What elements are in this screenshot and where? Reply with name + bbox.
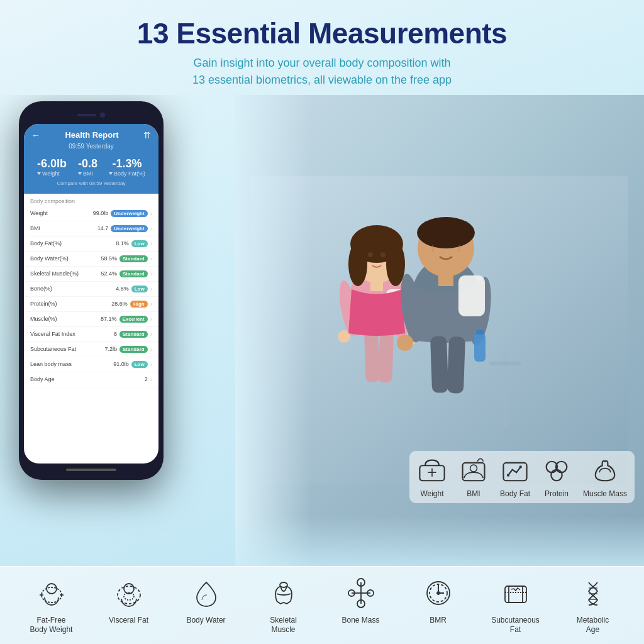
subcutaneous-fat-icon	[497, 574, 535, 612]
body-fat-label: Body Fat	[500, 489, 530, 498]
fat-free-item: Fat-FreeBody Weight	[20, 574, 83, 635]
photo-background: Weight BMI	[235, 95, 644, 566]
stat-bmi: -0.8 BMI	[78, 157, 97, 177]
app-nav: ← Health Report ⇈	[31, 130, 151, 140]
svg-point-20	[417, 217, 475, 248]
app-row-weight[interactable]: Weight 99.0lbUnderweight›	[24, 206, 158, 221]
svg-rect-21	[438, 274, 453, 286]
muscle-mass-icon-item: Muscle Mass	[583, 456, 627, 498]
app-row-lean[interactable]: Lean body mass 91.0lbLow›	[24, 357, 158, 372]
muscle-mass-label: Muscle Mass	[583, 489, 627, 498]
svg-point-36	[470, 465, 477, 472]
skeletal-muscle-label: SkeletalMuscle	[270, 616, 297, 635]
phone: ← Health Report ⇈ 09:59 Yesterday -6.0lb…	[19, 101, 164, 480]
svg-point-42	[551, 470, 562, 480]
app-time: 09:59 Yesterday	[31, 143, 151, 150]
bone-mass-label: Bone Mass	[341, 616, 379, 626]
page-subtitle: Gain insight into your overall body comp…	[137, 55, 507, 89]
bone-mass-icon	[342, 574, 380, 612]
svg-rect-24	[458, 275, 485, 316]
app-row-subcutaneous[interactable]: Subcutaneous Fat 7.2lbStandard›	[24, 342, 158, 357]
phone-notch	[66, 109, 116, 121]
svg-point-27	[397, 335, 413, 351]
metabolic-age-label: MetabolicAge	[577, 616, 609, 635]
app-row-bmi[interactable]: BMI 14.7Underweight›	[24, 221, 158, 236]
bmi-icon-item: BMI	[458, 456, 489, 498]
body-water-item: Body Water	[175, 574, 238, 626]
svg-rect-12	[364, 331, 380, 382]
svg-rect-13	[378, 332, 394, 383]
phone-container: ← Health Report ⇈ 09:59 Yesterday -6.0lb…	[19, 101, 170, 480]
svg-rect-60	[505, 586, 526, 602]
photo-fade-left	[235, 95, 311, 566]
app-row-bodywater[interactable]: Body Water(%) 58.5%Standard›	[24, 252, 158, 267]
compare-text: Compare with 09:59 Yesterday	[31, 180, 151, 189]
stat-bodyfat: -1.3% Body Fat(%)	[109, 157, 145, 177]
bmr-icon	[419, 574, 457, 612]
app-title: Health Report	[65, 130, 118, 140]
svg-rect-29	[476, 330, 484, 335]
body-water-icon	[187, 574, 225, 612]
svg-point-6	[348, 242, 367, 286]
weight-label: Weight	[420, 489, 443, 498]
visceral-fat-label: Visceral Fat	[109, 616, 148, 626]
svg-point-31	[450, 241, 457, 247]
page-title: 13 Essential Measurements	[137, 18, 507, 50]
svg-point-16	[368, 252, 373, 257]
svg-point-14	[338, 330, 350, 343]
app-header: ← Health Report ⇈ 09:59 Yesterday -6.0lb…	[24, 124, 158, 194]
body-fat-icon-item: Body Fat	[500, 456, 530, 498]
header: 13 Essential Measurements Gain insight i…	[125, 0, 519, 95]
app-row-muscle[interactable]: Muscle(%) 87.1%Excellent›	[24, 312, 158, 327]
app-row-bodyfat[interactable]: Body Fat(%) 8.1%Low›	[24, 236, 158, 252]
svg-point-30	[435, 241, 441, 247]
notch-speaker	[77, 114, 96, 116]
bmr-item: BMR	[407, 574, 470, 626]
stat-weight: -6.0lb Weight	[37, 157, 67, 177]
protein-label: Protein	[545, 489, 569, 498]
weight-icon	[417, 456, 447, 486]
protein-icon-item: Protein	[541, 456, 572, 498]
bone-mass-item: Bone Mass	[330, 574, 392, 626]
bmr-label: BMR	[430, 616, 447, 626]
svg-point-39	[519, 465, 522, 468]
metabolic-age-icon	[574, 574, 612, 612]
svg-rect-8	[370, 280, 383, 291]
app-stats: -6.0lb Weight -0.8 BMI -1.3% Body Fat(%)	[31, 153, 151, 180]
app-row-visceral[interactable]: Visceral Fat Index 6Standard›	[24, 327, 158, 342]
top-icons-section: Weight BMI	[409, 451, 635, 503]
app-row-bone[interactable]: Bone(%) 4.8%Low›	[24, 282, 158, 297]
svg-rect-2	[490, 362, 521, 365]
visceral-fat-icon	[110, 574, 148, 612]
metabolic-age-item: MetabolicAge	[562, 574, 625, 635]
muscle-mass-icon	[590, 456, 620, 486]
app-row-protein[interactable]: Protein(%) 28.6%High›	[24, 297, 158, 312]
protein-icon	[541, 456, 572, 486]
bottom-icons-section: Fat-FreeBody Weight Visceral Fat	[0, 566, 644, 644]
subcutaneous-fat-item: SubcutaneousFat	[484, 574, 547, 635]
svg-point-7	[386, 242, 405, 286]
section-title: Body composition	[24, 194, 158, 206]
fat-free-icon	[33, 574, 70, 612]
svg-point-47	[118, 586, 140, 604]
back-button[interactable]: ←	[31, 130, 40, 140]
weight-icon-item: Weight	[417, 456, 447, 498]
svg-point-44	[47, 584, 57, 594]
svg-rect-26	[447, 336, 465, 394]
share-button[interactable]: ⇈	[143, 130, 151, 140]
app-row-bodyage[interactable]: Body Age 2›	[24, 372, 158, 387]
body-water-label: Body Water	[186, 616, 225, 626]
skeletal-muscle-icon	[265, 574, 303, 612]
app-row-skeletal[interactable]: Skeletal Muscle(%) 52.4%Standard›	[24, 267, 158, 282]
bmi-icon	[458, 456, 489, 486]
notch-camera	[100, 113, 105, 118]
subcutaneous-fat-label: SubcutaneousFat	[491, 616, 540, 635]
bmi-label: BMI	[467, 489, 480, 498]
visceral-fat-item: Visceral Fat	[97, 574, 160, 626]
svg-point-59	[437, 592, 440, 594]
svg-rect-25	[430, 336, 448, 393]
middle-section: ← Health Report ⇈ 09:59 Yesterday -6.0lb…	[0, 95, 644, 566]
photo-bg-inner: Weight BMI	[235, 95, 644, 566]
svg-point-38	[507, 474, 509, 476]
page-wrapper: 13 Essential Measurements Gain insight i…	[0, 0, 644, 644]
